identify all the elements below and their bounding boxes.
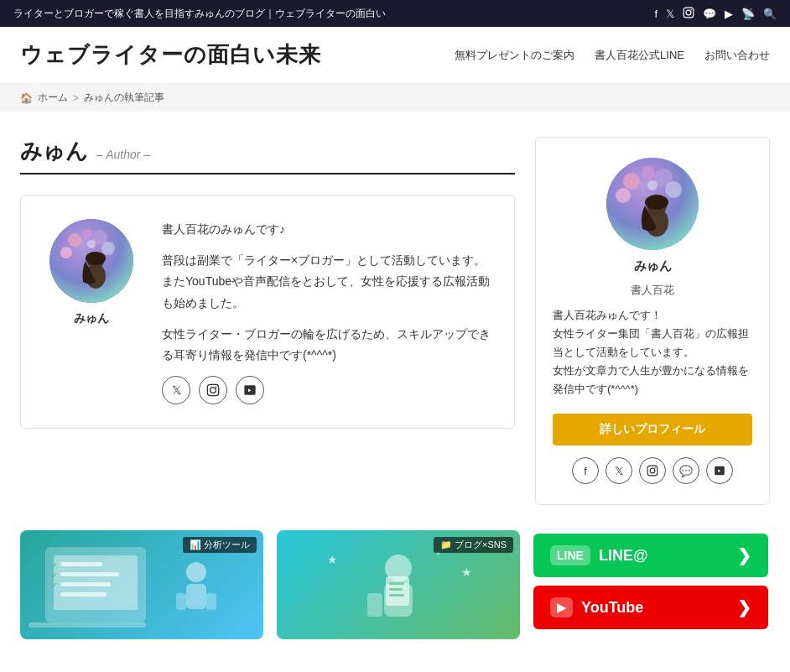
youtube-cta-button[interactable]: ▶ YouTube ❯ bbox=[533, 586, 768, 629]
sidebar-author-name: みゅん bbox=[634, 258, 672, 274]
main-content: みゅん – Author – bbox=[0, 112, 790, 530]
sidebar-avatar-svg bbox=[606, 158, 699, 250]
svg-point-1 bbox=[686, 10, 691, 15]
svg-point-6 bbox=[68, 233, 81, 247]
author-avatar bbox=[49, 219, 133, 303]
profile-detail-button[interactable]: 詳しいプロフィール bbox=[553, 414, 752, 445]
svg-text:✓: ✓ bbox=[52, 571, 58, 579]
breadcrumb-current: みゅんの執筆記事 bbox=[84, 91, 164, 105]
svg-point-2 bbox=[691, 9, 692, 10]
svg-rect-43 bbox=[186, 584, 206, 609]
author-card-bio: 書人百花のみゅんです♪ 普段は副業で「ライター×ブロガー」として活動しています。… bbox=[162, 219, 494, 404]
search-icon[interactable]: 🔍 bbox=[763, 8, 777, 20]
youtube-cta-label: YouTube bbox=[581, 599, 643, 617]
author-instagram-icon[interactable] bbox=[199, 376, 227, 404]
left-column: みゅん – Author – bbox=[20, 137, 515, 505]
svg-rect-51 bbox=[389, 588, 403, 591]
youtube-arrow-icon: ❯ bbox=[737, 597, 751, 617]
author-twitter-icon[interactable]: 𝕏 bbox=[162, 376, 190, 404]
nav-free-gift[interactable]: 無料プレゼントのご案内 bbox=[455, 48, 574, 63]
line-icon-box: LINE bbox=[550, 545, 590, 565]
card-blog-sns[interactable]: 📁 ブログ×SNS ★ ★ ♦ bbox=[277, 530, 520, 639]
bio-line-1: 書人百花のみゅんです♪ bbox=[162, 219, 494, 240]
svg-point-23 bbox=[616, 188, 631, 203]
card-badge-blog: 📁 ブログ×SNS bbox=[434, 537, 513, 553]
youtube-btn-left: ▶ YouTube bbox=[550, 597, 643, 617]
author-card-left: みゅん bbox=[41, 219, 142, 326]
blog-badge-label: ブログ×SNS bbox=[455, 539, 507, 550]
svg-point-17 bbox=[216, 387, 217, 388]
top-bar-title: ライターとブロガーで稼ぐ書人を目指すみゅんのブログ｜ウェブライターの面白い bbox=[13, 7, 654, 21]
author-name-big: みゅん bbox=[20, 137, 88, 166]
svg-rect-49 bbox=[386, 576, 409, 606]
site-header: ウェブライターの面白い未来 無料プレゼントのご案内 書人百花公式LINE お問い… bbox=[0, 27, 790, 84]
sidebar-twitter-icon[interactable]: 𝕏 bbox=[605, 457, 632, 484]
nav-line[interactable]: 書人百花公式LINE bbox=[595, 48, 684, 63]
author-youtube-icon[interactable] bbox=[236, 376, 264, 404]
svg-rect-35 bbox=[60, 562, 102, 566]
line-cta-label: LINE@ bbox=[599, 547, 648, 565]
sidebar-facebook-icon[interactable]: f bbox=[572, 457, 599, 484]
author-heading: みゅん – Author – bbox=[20, 137, 515, 175]
svg-rect-15 bbox=[207, 384, 218, 395]
card-analytics[interactable]: 📊 分析ツール ✓ ✓ ✓ bbox=[20, 530, 263, 639]
facebook-icon[interactable]: f bbox=[654, 8, 657, 20]
avatar-svg bbox=[49, 219, 133, 303]
svg-point-20 bbox=[623, 173, 640, 190]
analytics-badge-label: 分析ツール bbox=[204, 539, 250, 550]
twitter-icon[interactable]: 𝕏 bbox=[666, 8, 674, 20]
card-badge-analytics: 📊 分析ツール bbox=[183, 537, 257, 553]
bottom-row: 📊 分析ツール ✓ ✓ ✓ 📁 ブログ×SN bbox=[0, 530, 790, 659]
sidebar-instagram-icon[interactable] bbox=[639, 457, 666, 484]
instagram-icon[interactable] bbox=[683, 7, 694, 21]
svg-point-14 bbox=[86, 252, 106, 265]
sidebar-line-icon[interactable]: 💬 bbox=[673, 457, 699, 484]
sidebar-youtube-icon[interactable] bbox=[706, 457, 733, 484]
sidebar-bio: 書人百花みゅんです！ 女性ライター集団「書人百花」の広報担当として活動をしていま… bbox=[553, 306, 752, 399]
svg-rect-48 bbox=[367, 593, 382, 617]
youtube-icon-box: ▶ bbox=[550, 597, 573, 617]
rss-icon[interactable]: 📡 bbox=[741, 8, 755, 20]
analytics-badge-icon: 📊 bbox=[190, 539, 201, 550]
author-card-name: みゅん bbox=[74, 311, 109, 326]
svg-rect-29 bbox=[647, 466, 657, 477]
svg-rect-52 bbox=[389, 594, 404, 596]
site-logo[interactable]: ウェブライターの面白い未来 bbox=[20, 40, 321, 70]
svg-rect-38 bbox=[60, 592, 107, 596]
svg-text:★: ★ bbox=[327, 553, 338, 566]
svg-rect-44 bbox=[176, 593, 186, 610]
svg-rect-36 bbox=[60, 572, 119, 576]
line-arrow-icon: ❯ bbox=[737, 545, 751, 565]
youtube-icon[interactable]: ▶ bbox=[725, 8, 733, 20]
nav-contact[interactable]: お問い合わせ bbox=[704, 48, 770, 63]
sidebar-avatar bbox=[606, 158, 699, 250]
top-bar-social-icons: f 𝕏 💬 ▶ 📡 🔍 bbox=[654, 7, 777, 21]
svg-text:✓: ✓ bbox=[52, 581, 58, 589]
blog-badge-icon: 📁 bbox=[440, 539, 452, 550]
line-icon[interactable]: 💬 bbox=[703, 8, 716, 20]
author-card: みゅん 書人百花のみゅんです♪ 普段は副業で「ライター×ブロガー」として活動して… bbox=[20, 195, 515, 429]
svg-point-30 bbox=[650, 469, 655, 474]
breadcrumb-home[interactable]: ホーム bbox=[38, 91, 68, 105]
bio-line-3: 女性ライター・ブロガーの輪を広げるため、スキルアップできる耳寄り情報を発信中です… bbox=[162, 324, 494, 366]
svg-point-11 bbox=[87, 240, 96, 248]
svg-rect-0 bbox=[683, 8, 694, 18]
svg-point-21 bbox=[642, 166, 655, 180]
svg-point-9 bbox=[60, 247, 72, 258]
svg-point-28 bbox=[645, 195, 668, 210]
svg-point-10 bbox=[101, 242, 115, 255]
top-bar: ライターとブロガーで稼ぐ書人を目指すみゅんのブログ｜ウェブライターの面白い f … bbox=[0, 0, 790, 27]
sidebar-profile-box: みゅん 書人百花 書人百花みゅんです！ 女性ライター集団「書人百花」の広報担当と… bbox=[535, 137, 770, 505]
author-subtitle: – Author – bbox=[96, 148, 150, 161]
bio-line-2: 普段は副業で「ライター×ブロガー」として活動しています。またYouTubeや音声… bbox=[162, 250, 494, 314]
line-icon: LINE bbox=[557, 549, 584, 562]
line-cta-button[interactable]: LINE LINE@ ❯ bbox=[533, 534, 768, 577]
site-nav: 無料プレゼントのご案内 書人百花公式LINE お問い合わせ bbox=[455, 48, 770, 63]
breadcrumb: 🏠 ホーム > みゅんの執筆記事 bbox=[0, 84, 790, 112]
author-social-icons: 𝕏 bbox=[162, 376, 494, 404]
svg-rect-34 bbox=[29, 623, 146, 628]
home-icon: 🏠 bbox=[20, 92, 33, 104]
svg-point-24 bbox=[665, 181, 682, 198]
svg-rect-45 bbox=[206, 593, 216, 610]
svg-point-16 bbox=[210, 388, 216, 393]
